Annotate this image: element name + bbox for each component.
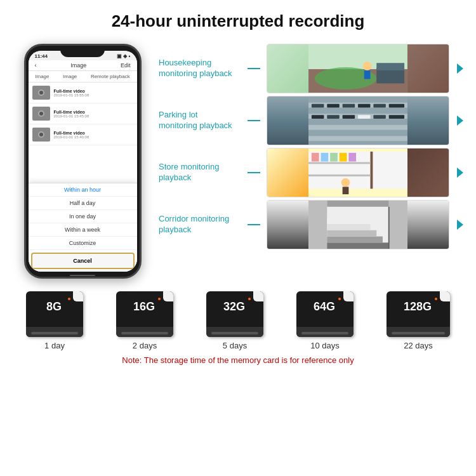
- svg-rect-37: [308, 201, 327, 249]
- list-item: Full-time video 2019-01-01 15:40:08: [29, 124, 137, 145]
- svg-rect-40: [327, 242, 388, 249]
- svg-rect-42: [327, 230, 376, 237]
- cancel-button[interactable]: Cancel: [31, 253, 135, 269]
- svg-rect-4: [364, 70, 371, 79]
- svg-rect-20: [343, 115, 355, 119]
- connector-line-1: [248, 68, 260, 69]
- svg-rect-16: [373, 104, 385, 108]
- phone-item-date-3: 2019-01-01 15:40:08: [54, 135, 89, 139]
- svg-rect-31: [330, 153, 338, 162]
- svg-rect-38: [389, 201, 407, 249]
- monitoring-item-parking: Parking lot monitoring playback: [159, 96, 463, 145]
- svg-rect-26: [370, 152, 373, 188]
- storage-cards: 8G 1 day 16G 2 days 32G 5 days: [10, 291, 466, 350]
- sd-card-64g: 64G: [296, 291, 354, 337]
- sd-card-32g: 32G: [206, 291, 263, 337]
- phone-back-icon[interactable]: ‹: [35, 62, 37, 69]
- dropdown-item-1[interactable]: Within an hour: [29, 183, 137, 197]
- arrow-right-3: [457, 168, 463, 178]
- svg-rect-18: [312, 115, 324, 119]
- phone-item-title-3: Full-time video: [54, 131, 89, 135]
- phone-tab-image1[interactable]: Image: [32, 72, 51, 81]
- phone-item-date-2: 2019-01-01 15:45:08: [54, 114, 89, 118]
- sd-label-128g: 128G: [390, 300, 445, 314]
- svg-point-3: [363, 62, 372, 70]
- svg-rect-29: [312, 153, 319, 162]
- parking-photo: [267, 96, 449, 145]
- connector-line-2: [248, 120, 260, 121]
- storage-days-8g: 1 day: [44, 341, 65, 350]
- store-photo: [267, 149, 449, 197]
- svg-rect-11: [308, 136, 407, 141]
- svg-rect-28: [308, 175, 370, 176]
- svg-rect-6: [376, 63, 404, 70]
- phone-edit-button[interactable]: Edit: [121, 62, 131, 69]
- dropdown-item-3[interactable]: In one day: [29, 210, 137, 223]
- svg-rect-19: [327, 115, 339, 119]
- svg-rect-12: [312, 104, 324, 108]
- list-item: Full-time video 2019-01-01 15:45:08: [29, 103, 137, 124]
- svg-rect-27: [308, 162, 370, 164]
- monitoring-label-corridor: Corridor monitoring playback: [159, 214, 241, 235]
- svg-rect-30: [321, 153, 329, 162]
- phone-item-text-1: Full-time video 2019-01-01 15:55:08: [54, 89, 89, 97]
- monitoring-image-store: [267, 148, 449, 197]
- monitoring-item-corridor: Corridor monitoring playback: [159, 200, 463, 249]
- connector-line-4: [248, 224, 260, 225]
- dropdown-item-5[interactable]: Customize: [29, 237, 137, 250]
- storage-card-32g: 32G 5 days: [206, 291, 263, 350]
- svg-point-34: [341, 178, 350, 187]
- monitoring-item-store: Store monitoring playback: [159, 148, 463, 197]
- phone-notch: [60, 46, 105, 57]
- corridor-photo: [267, 201, 449, 249]
- sd-label-16g: 16G: [120, 300, 168, 314]
- storage-card-8g: 8G 1 day: [26, 291, 83, 350]
- svg-rect-39: [327, 201, 388, 207]
- svg-rect-21: [358, 115, 370, 119]
- svg-rect-23: [389, 115, 404, 119]
- phone-item-title-1: Full-time video: [54, 89, 89, 93]
- svg-rect-32: [340, 153, 347, 162]
- storage-card-16g: 16G 2 days: [116, 291, 173, 350]
- storage-days-64g: 10 days: [310, 341, 340, 350]
- svg-rect-22: [373, 115, 385, 119]
- connector-line-3: [248, 172, 260, 173]
- dropdown-item-4[interactable]: Within a week: [29, 223, 137, 237]
- svg-rect-44: [327, 218, 364, 224]
- phone-tab-remote[interactable]: Remote playback: [88, 72, 133, 81]
- monitoring-image-parking: [267, 96, 449, 145]
- phone-screen: 11:44 ▣ ◈ ▪ ‹ Image Edit Image Image Rem…: [29, 51, 137, 272]
- phone-tab-image2[interactable]: Image: [60, 72, 79, 81]
- monitoring-label-store: Store monitoring playback: [159, 162, 241, 183]
- monitoring-image-corridor: [267, 200, 449, 249]
- storage-section: 8G 1 day 16G 2 days 32G 5 days: [0, 279, 476, 371]
- play-icon: [38, 89, 44, 96]
- dropdown-item-2[interactable]: Half a day: [29, 197, 137, 210]
- phone-item-text-2: Full-time video 2019-01-01 15:45:08: [54, 110, 89, 118]
- phone-nav-bar: ‹ Image Edit: [29, 60, 137, 71]
- phone-thumb-2: [32, 107, 50, 121]
- sd-card-16g: 16G: [116, 291, 173, 337]
- arrow-right-2: [457, 116, 463, 126]
- monitoring-image-housekeeping: [267, 44, 449, 93]
- monitoring-panel: Housekeeping monitoring playback: [152, 44, 463, 249]
- svg-rect-13: [327, 104, 339, 108]
- phone-screen-title: Image: [70, 62, 86, 69]
- play-icon: [38, 131, 44, 138]
- phone-mockup: 11:44 ▣ ◈ ▪ ‹ Image Edit Image Image Rem…: [13, 44, 152, 279]
- svg-rect-10: [308, 125, 407, 130]
- phone-status-icons: ▣ ◈ ▪: [117, 53, 130, 59]
- housekeeping-photo: [267, 44, 449, 93]
- phone-item-text-3: Full-time video 2019-01-01 15:40:08: [54, 131, 89, 139]
- home-indicator: [26, 274, 140, 277]
- phone-time: 11:44: [35, 53, 48, 59]
- phone-list: Full-time video 2019-01-01 15:55:08 Full…: [29, 83, 137, 183]
- svg-rect-33: [348, 153, 356, 162]
- svg-rect-14: [343, 104, 355, 108]
- storage-days-16g: 2 days: [133, 341, 157, 350]
- storage-days-128g: 22 days: [404, 341, 433, 350]
- list-item: Full-time video 2019-01-01 15:55:08: [29, 83, 137, 103]
- storage-card-128g: 128G 22 days: [387, 291, 450, 350]
- phone-item-title-2: Full-time video: [54, 110, 89, 114]
- phone-device: 11:44 ▣ ◈ ▪ ‹ Image Edit Image Image Rem…: [24, 44, 142, 279]
